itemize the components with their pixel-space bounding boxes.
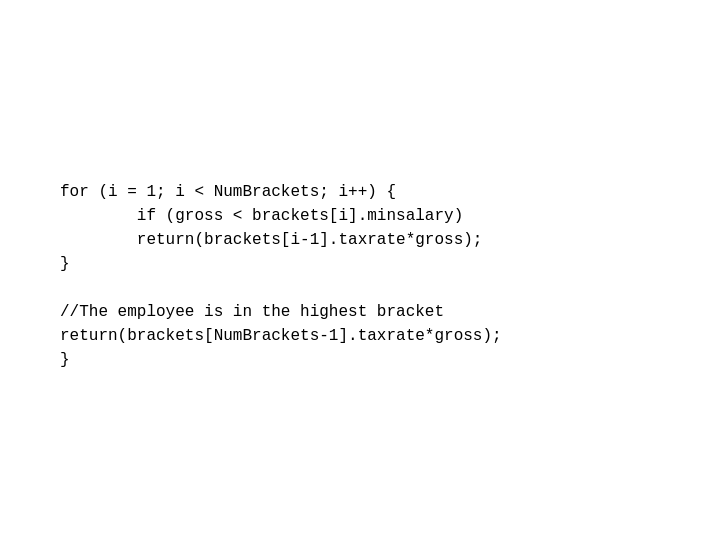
code-container: for (i = 1; i < NumBrackets; i++) { if (… <box>60 180 502 372</box>
code-block: for (i = 1; i < NumBrackets; i++) { if (… <box>60 180 502 372</box>
